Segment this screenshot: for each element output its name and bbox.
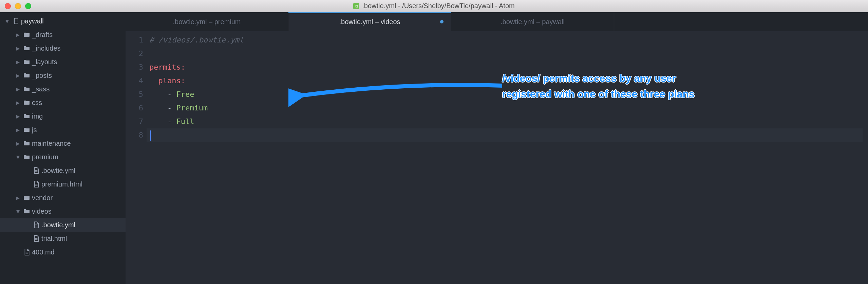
tree-folder[interactable]: ▸_includes (0, 41, 126, 55)
tree-item-label: premium.html (41, 180, 82, 188)
line-number: 7 (126, 115, 149, 128)
tree-item-label: js (31, 126, 37, 134)
yaml-key: permits: (149, 63, 185, 71)
folder-icon (22, 141, 31, 146)
tree-item-label: .bowtie.yml (41, 167, 75, 175)
folder-icon (22, 86, 31, 92)
chevron-down-icon: ▾ (5, 17, 12, 25)
tree-root-label: paywall (20, 17, 44, 25)
folder-icon (22, 154, 31, 160)
file-tree[interactable]: ▾ paywall ▸_drafts▸_includes▸_layouts▸_p… (0, 12, 126, 284)
modified-indicator-icon (440, 20, 444, 23)
line-number: 8 (126, 128, 149, 142)
tree-folder[interactable]: ▸_posts (0, 69, 126, 82)
tree-folder[interactable]: ▸img (0, 109, 126, 123)
window-title: ⧉ .bowtie.yml - /Users/Shelby/BowTie/pay… (0, 2, 868, 10)
tree-file[interactable]: trial.html (0, 232, 126, 245)
folder-icon (22, 209, 31, 214)
tree-item-label: maintenance (31, 140, 71, 147)
chevron-right-icon: ▸ (16, 44, 22, 52)
tree-root[interactable]: ▾ paywall (0, 14, 126, 28)
tree-folder[interactable]: ▸_layouts (0, 55, 126, 69)
annotation-line: /videos/ permits access by any user (502, 73, 676, 84)
tree-folder[interactable]: ▾premium (0, 150, 126, 164)
chevron-right-icon: ▸ (16, 58, 22, 66)
line-number: 6 (126, 101, 149, 115)
tree-item-label: _drafts (31, 31, 53, 39)
tree-folder[interactable]: ▸css (0, 96, 126, 109)
file-icon (32, 167, 41, 174)
chevron-right-icon: ▸ (16, 112, 22, 120)
chevron-down-icon: ▾ (16, 207, 22, 215)
tree-item-label: css (31, 99, 42, 107)
code-line: - Premium (149, 101, 863, 115)
tree-folder[interactable]: ▸_sass (0, 82, 126, 96)
tab-paywall[interactable]: .bowtie.yml – paywall (451, 12, 614, 31)
folder-icon (22, 46, 31, 51)
chevron-right-icon: ▸ (16, 31, 22, 39)
tree-item-label: _sass (31, 85, 50, 93)
file-icon (32, 181, 41, 188)
file-icon (22, 249, 31, 255)
annotation-line: registered with one of these three plans (502, 88, 695, 100)
tree-folder[interactable]: ▸js (0, 123, 126, 137)
tab-label: .bowtie.yml – videos (339, 18, 400, 26)
text-cursor (150, 130, 151, 141)
window-title-text: .bowtie.yml - /Users/Shelby/BowTie/paywa… (362, 2, 514, 10)
yaml-value: Full (176, 117, 194, 126)
chevron-right-icon: ▸ (16, 194, 22, 202)
tab-premium[interactable]: .bowtie.yml – premium (126, 12, 288, 31)
tree-folder[interactable]: ▸maintenance (0, 137, 126, 150)
tree-file[interactable]: .bowtie.yml (0, 218, 126, 232)
window-titlebar: ⧉ .bowtie.yml - /Users/Shelby/BowTie/pay… (0, 0, 868, 12)
chevron-right-icon: ▸ (16, 71, 22, 79)
chevron-right-icon: ▸ (16, 139, 22, 147)
file-icon (32, 221, 41, 228)
tree-item-label: _includes (31, 45, 61, 52)
tree-item-label: _posts (31, 72, 52, 79)
tree-file[interactable]: premium.html (0, 177, 126, 191)
tree-folder[interactable]: ▾videos (0, 205, 126, 218)
folder-icon (22, 100, 31, 105)
line-number: 4 (126, 74, 149, 88)
code-editor[interactable]: 1 2 3 4 5 6 7 8 # /videos/.bowtie.yml pe… (126, 31, 868, 284)
yaml-key: plans: (158, 76, 185, 85)
line-number: 3 (126, 60, 149, 74)
line-number: 2 (126, 47, 149, 60)
yaml-value: Premium (176, 104, 208, 112)
editor-tabs: .bowtie.yml – premium .bowtie.yml – vide… (126, 12, 868, 31)
code-line: # /videos/.bowtie.yml (149, 33, 863, 47)
code-line: - Full (149, 115, 863, 128)
tab-videos[interactable]: .bowtie.yml – videos (288, 12, 451, 31)
chevron-down-icon: ▾ (16, 153, 22, 161)
code-line-current (147, 128, 863, 142)
folder-icon (22, 32, 31, 37)
folder-icon (22, 73, 31, 78)
folder-icon (22, 113, 31, 119)
folder-icon (22, 195, 31, 200)
tree-item-label: premium (31, 153, 58, 161)
line-number-gutter: 1 2 3 4 5 6 7 8 (126, 31, 149, 284)
tree-folder[interactable]: ▸vendor (0, 191, 126, 205)
tab-label: .bowtie.yml – paywall (501, 18, 565, 26)
code-area[interactable]: # /videos/.bowtie.yml permits: plans: - … (149, 31, 863, 284)
repo-icon (12, 18, 20, 24)
tree-item-label: .bowtie.yml (41, 221, 75, 229)
tab-label: .bowtie.yml – premium (173, 18, 241, 26)
comment-text: # /videos/.bowtie.yml (149, 36, 244, 44)
folder-icon (22, 127, 31, 132)
tree-item-label: img (31, 112, 43, 120)
tree-file[interactable]: .bowtie.yml (0, 164, 126, 177)
tree-file[interactable]: 400.md (0, 245, 126, 259)
line-number: 5 (126, 88, 149, 101)
tree-item-label: vendor (31, 194, 53, 202)
folder-icon (22, 59, 31, 65)
tree-item-label: _layouts (31, 58, 57, 66)
annotation-text: /videos/ permits access by any user regi… (502, 71, 695, 102)
tree-item-label: videos (31, 208, 52, 215)
tree-folder[interactable]: ▸_drafts (0, 28, 126, 41)
chevron-right-icon: ▸ (16, 85, 22, 93)
chevron-right-icon: ▸ (16, 126, 22, 134)
code-line (149, 47, 863, 60)
file-icon (32, 235, 41, 242)
